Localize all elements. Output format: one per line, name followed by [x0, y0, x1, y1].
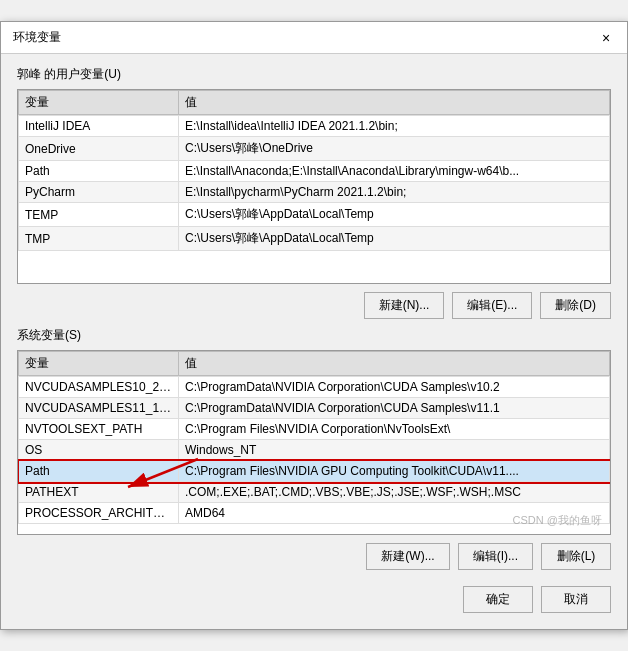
- user-edit-button[interactable]: 编辑(E)...: [452, 292, 532, 319]
- user-table-body: IntelliJ IDEAE:\Install\idea\IntelliJ ID…: [19, 116, 610, 251]
- watermark: CSDN @我的鱼呀: [513, 513, 602, 528]
- val-cell: C:\ProgramData\NVIDIA Corporation\CUDA S…: [179, 377, 610, 398]
- user-variables-table: 变量 值: [18, 90, 610, 115]
- user-variables-body-table: IntelliJ IDEAE:\Install\idea\IntelliJ ID…: [18, 115, 610, 251]
- val-cell: C:\ProgramData\NVIDIA Corporation\CUDA S…: [179, 398, 610, 419]
- sys-table-body: NVCUDASAMPLES10_2_R...C:\ProgramData\NVI…: [19, 377, 610, 524]
- var-cell: PyCharm: [19, 182, 179, 203]
- val-cell: E:\Install\Anaconda;E:\Install\Anaconda\…: [179, 161, 610, 182]
- table-row[interactable]: PathC:\Program Files\NVIDIA GPU Computin…: [19, 461, 610, 482]
- table-row[interactable]: TMPC:\Users\郭峰\AppData\Local\Temp: [19, 227, 610, 251]
- sys-table-header: 变量 值: [19, 352, 610, 376]
- sys-new-button[interactable]: 新建(W)...: [366, 543, 449, 570]
- sys-table-scroll[interactable]: NVCUDASAMPLES10_2_R...C:\ProgramData\NVI…: [18, 376, 610, 526]
- val-cell: Windows_NT: [179, 440, 610, 461]
- dialog-title: 环境变量: [13, 29, 61, 46]
- val-cell: E:\Install\pycharm\PyCharm 2021.1.2\bin;: [179, 182, 610, 203]
- table-row[interactable]: NVCUDASAMPLES10_2_R...C:\ProgramData\NVI…: [19, 377, 610, 398]
- cancel-button[interactable]: 取消: [541, 586, 611, 613]
- table-row[interactable]: IntelliJ IDEAE:\Install\idea\IntelliJ ID…: [19, 116, 610, 137]
- sys-variables-container: 变量 值 NVCUDASAMPLES10_2_R...C:\ProgramDat…: [17, 350, 611, 535]
- user-section-title: 郭峰 的用户变量(U): [17, 66, 611, 83]
- sys-variables-header-table: 变量 值: [18, 351, 610, 376]
- val-cell: C:\Users\郭峰\AppData\Local\Temp: [179, 227, 610, 251]
- user-buttons-row: 新建(N)... 编辑(E)... 删除(D): [17, 292, 611, 319]
- sys-edit-button[interactable]: 编辑(I)...: [458, 543, 533, 570]
- sys-delete-button[interactable]: 删除(L): [541, 543, 611, 570]
- var-cell: Path: [19, 461, 179, 482]
- table-row[interactable]: NVCUDASAMPLES11_1_R...C:\ProgramData\NVI…: [19, 398, 610, 419]
- var-cell: IntelliJ IDEA: [19, 116, 179, 137]
- table-row[interactable]: OneDriveC:\Users\郭峰\OneDrive: [19, 137, 610, 161]
- var-cell: NVCUDASAMPLES11_1_R...: [19, 398, 179, 419]
- footer-row: 确定 取消: [17, 578, 611, 617]
- val-cell: E:\Install\idea\IntelliJ IDEA 2021.1.2\b…: [179, 116, 610, 137]
- val-cell: C:\Program Files\NVIDIA GPU Computing To…: [179, 461, 610, 482]
- table-row[interactable]: NVTOOLSEXT_PATHC:\Program Files\NVIDIA C…: [19, 419, 610, 440]
- ok-button[interactable]: 确定: [463, 586, 533, 613]
- user-variables-container: 变量 值 IntelliJ IDEAE:\Install\idea\Intell…: [17, 89, 611, 284]
- var-cell: PROCESSOR_ARCHITECT...: [19, 503, 179, 524]
- sys-variables-body-table: NVCUDASAMPLES10_2_R...C:\ProgramData\NVI…: [18, 376, 610, 524]
- table-row[interactable]: PATHEXT.COM;.EXE;.BAT;.CMD;.VBS;.VBE;.JS…: [19, 482, 610, 503]
- user-header-val: 值: [179, 91, 610, 115]
- table-row[interactable]: PyCharmE:\Install\pycharm\PyCharm 2021.1…: [19, 182, 610, 203]
- user-table-scroll[interactable]: IntelliJ IDEAE:\Install\idea\IntelliJ ID…: [18, 115, 610, 275]
- table-row[interactable]: OSWindows_NT: [19, 440, 610, 461]
- user-section: 郭峰 的用户变量(U) 变量 值: [17, 66, 611, 319]
- var-cell: OS: [19, 440, 179, 461]
- env-vars-dialog: 环境变量 × 郭峰 的用户变量(U) 变量 值: [0, 21, 628, 630]
- close-button[interactable]: ×: [597, 29, 615, 47]
- var-cell: TEMP: [19, 203, 179, 227]
- var-cell: PATHEXT: [19, 482, 179, 503]
- user-new-button[interactable]: 新建(N)...: [364, 292, 445, 319]
- user-delete-button[interactable]: 删除(D): [540, 292, 611, 319]
- var-cell: NVCUDASAMPLES10_2_R...: [19, 377, 179, 398]
- dialog-body: 郭峰 的用户变量(U) 变量 值: [1, 54, 627, 629]
- var-cell: NVTOOLSEXT_PATH: [19, 419, 179, 440]
- val-cell: C:\Users\郭峰\OneDrive: [179, 137, 610, 161]
- sys-header-val: 值: [179, 352, 610, 376]
- sys-section-title: 系统变量(S): [17, 327, 611, 344]
- val-cell: .COM;.EXE;.BAT;.CMD;.VBS;.VBE;.JS;.JSE;.…: [179, 482, 610, 503]
- table-row[interactable]: TEMPC:\Users\郭峰\AppData\Local\Temp: [19, 203, 610, 227]
- sys-header-var: 变量: [19, 352, 179, 376]
- val-cell: C:\Program Files\NVIDIA Corporation\NvTo…: [179, 419, 610, 440]
- user-table-header: 变量 值: [19, 91, 610, 115]
- title-bar: 环境变量 ×: [1, 22, 627, 54]
- var-cell: OneDrive: [19, 137, 179, 161]
- var-cell: Path: [19, 161, 179, 182]
- sys-section: 系统变量(S) 变量 值: [17, 327, 611, 570]
- table-row[interactable]: PathE:\Install\Anaconda;E:\Install\Anaco…: [19, 161, 610, 182]
- user-header-var: 变量: [19, 91, 179, 115]
- val-cell: C:\Users\郭峰\AppData\Local\Temp: [179, 203, 610, 227]
- sys-buttons-row: 新建(W)... 编辑(I)... 删除(L): [17, 543, 611, 570]
- var-cell: TMP: [19, 227, 179, 251]
